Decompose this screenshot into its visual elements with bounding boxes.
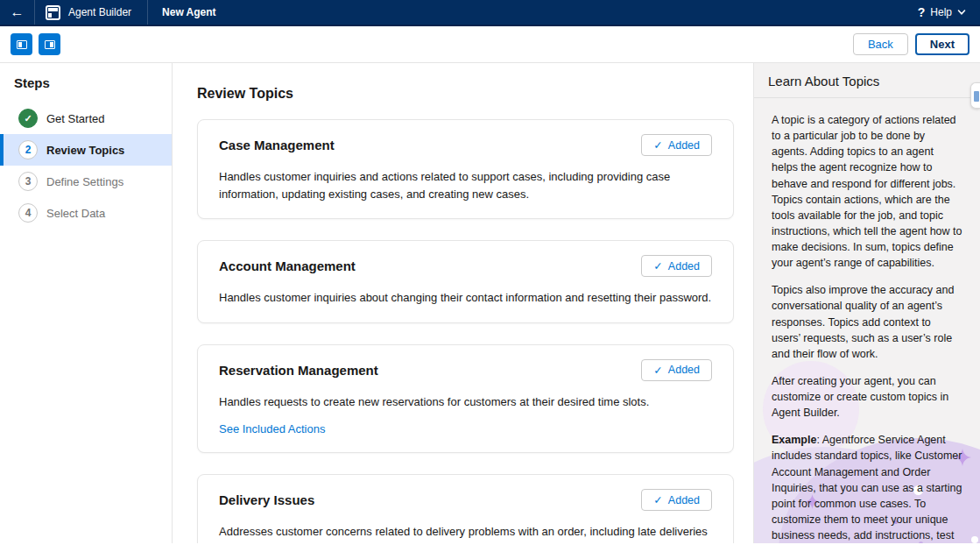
topic-description: Handles customer inquiries and actions r… (219, 168, 712, 202)
topic-name: Case Management (219, 138, 335, 152)
app-switcher[interactable]: Agent Builder (35, 0, 148, 25)
check-icon: ✓ (653, 138, 662, 152)
check-icon: ✓ (653, 493, 662, 506)
added-toggle-button[interactable]: ✓ Added (641, 134, 712, 156)
steps-sidebar: Steps ✓ Get Started 2 Review Topics 3 De… (0, 63, 173, 543)
learn-about-topics-panel: Learn About Topics A topic is a category… (753, 63, 980, 543)
check-icon: ✓ (18, 109, 38, 128)
step-label: Review Topics (46, 144, 124, 157)
review-topics-panel: Review Topics Case Management ✓ Added Ha… (173, 63, 753, 543)
panel-collapse-handle[interactable] (970, 82, 980, 109)
right-panel-icon (45, 40, 55, 49)
check-icon: ✓ (653, 259, 662, 272)
step-label: Define Settings (46, 175, 123, 188)
topic-name: Reservation Management (219, 363, 378, 378)
arrow-left-icon: ← (11, 4, 25, 20)
section-title: Review Topics (197, 86, 734, 102)
step-number: 3 (18, 172, 38, 191)
back-button[interactable]: Back (853, 33, 908, 55)
added-label: Added (668, 260, 700, 272)
topic-description: Handles requests to create new reservati… (219, 393, 712, 411)
help-paragraph: A topic is a category of actions related… (772, 112, 962, 271)
step-review-topics[interactable]: 2 Review Topics (0, 134, 172, 166)
help-label: Help (930, 6, 952, 18)
toggle-left-panel-button[interactable] (11, 33, 32, 55)
help-example-paragraph: Example: Agentforce Service Agent includ… (772, 432, 962, 543)
toggle-right-panel-button[interactable] (39, 33, 60, 55)
back-arrow-button[interactable]: ← (0, 0, 35, 25)
step-label: Get Started (46, 112, 104, 125)
app-name: Agent Builder (68, 6, 131, 18)
top-navbar: ← Agent Builder New Agent ? Help (0, 0, 980, 26)
help-paragraph: After creating your agent, you can custo… (772, 373, 962, 421)
added-toggle-button[interactable]: ✓ Added (641, 489, 712, 511)
topic-card-case-management: Case Management ✓ Added Handles customer… (197, 119, 734, 219)
step-get-started[interactable]: ✓ Get Started (0, 103, 172, 134)
chevron-down-icon (957, 8, 966, 17)
page-title: New Agent (148, 6, 230, 18)
check-icon: ✓ (653, 364, 662, 377)
topic-card-reservation-management: Reservation Management ✓ Added Handles r… (197, 344, 734, 454)
topic-description: Addresses customer concerns related to d… (219, 523, 712, 543)
see-included-actions-link[interactable]: See Included Actions (219, 422, 325, 435)
step-select-data[interactable]: 4 Select Data (0, 197, 172, 229)
step-label: Select Data (46, 207, 105, 220)
help-menu[interactable]: ? Help (918, 5, 980, 19)
added-label: Added (668, 494, 700, 506)
steps-heading: Steps (14, 75, 172, 90)
topic-description: Handles customer inquiries about changin… (219, 289, 712, 307)
added-label: Added (668, 364, 700, 376)
next-button[interactable]: Next (915, 33, 969, 55)
step-define-settings[interactable]: 3 Define Settings (0, 166, 172, 197)
help-paragraph: Topics also improve the accuracy and con… (772, 282, 962, 362)
wizard-toolbar: Back Next (0, 26, 980, 63)
topic-card-account-management: Account Management ✓ Added Handles custo… (197, 240, 734, 323)
added-toggle-button[interactable]: ✓ Added (641, 255, 712, 277)
added-label: Added (668, 139, 700, 152)
example-label: Example (772, 434, 816, 446)
question-mark-icon: ? (918, 5, 926, 19)
topic-name: Delivery Issues (219, 492, 314, 507)
help-panel-title: Learn About Topics (754, 63, 980, 98)
topic-card-delivery-issues: Delivery Issues ✓ Added Addresses custom… (197, 474, 734, 543)
example-text: : Agentforce Service Agent includes stan… (772, 434, 962, 543)
left-panel-icon (17, 40, 27, 49)
topic-name: Account Management (219, 258, 356, 273)
step-number: 4 (18, 203, 38, 223)
step-number: 2 (18, 140, 38, 159)
added-toggle-button[interactable]: ✓ Added (641, 359, 712, 381)
agent-builder-icon (46, 5, 60, 20)
